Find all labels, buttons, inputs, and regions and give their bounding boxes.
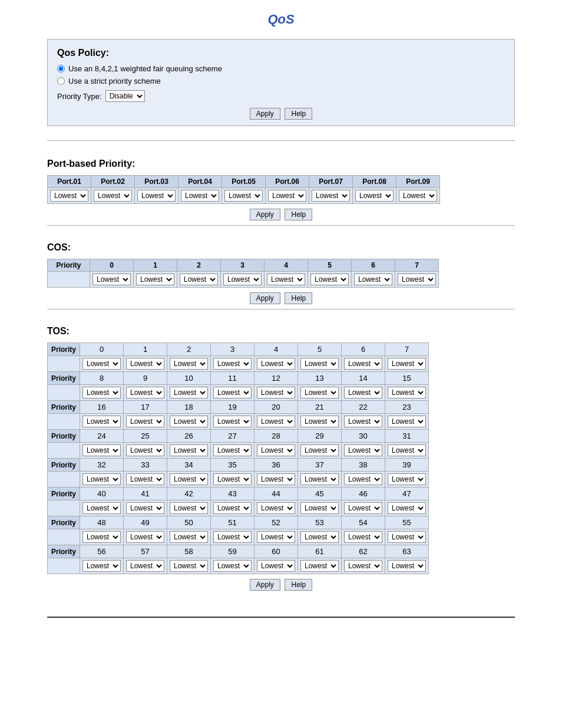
tos-select-3-2[interactable]: LowestLowNormalHigh: [170, 444, 208, 456]
radio-weighted-label: Use an 8,4,2,1 weighted fair queuing sch…: [68, 64, 222, 73]
priority-type-select[interactable]: Disable 802.1p TOS Port: [105, 90, 145, 102]
tos-select-5-3[interactable]: LowestLowNormalHigh: [213, 502, 252, 514]
tos-select-4-0[interactable]: LowestLowNormalHigh: [82, 473, 121, 485]
tos-select-7-6[interactable]: LowestLowNormalHigh: [344, 560, 382, 572]
tos-num-4-6: 38: [342, 459, 385, 472]
tos-select-3-3[interactable]: LowestLowNormalHigh: [213, 444, 252, 456]
port-help-button[interactable]: Help: [285, 209, 312, 220]
tos-select-1-4[interactable]: LowestLowNormalHigh: [257, 387, 295, 398]
tos-select-6-7[interactable]: LowestLowNormalHigh: [388, 531, 426, 543]
port-01-select[interactable]: LowestLowNormalHigh: [50, 190, 88, 202]
tos-select-3-0[interactable]: LowestLowNormalHigh: [82, 444, 121, 456]
tos-select-4-3[interactable]: LowestLowNormalHigh: [213, 473, 252, 485]
tos-select-1-2[interactable]: LowestLowNormalHigh: [170, 387, 208, 398]
port-02-select[interactable]: LowestLowNormalHigh: [94, 190, 132, 202]
cos-6-select[interactable]: LowestLowNormalHigh: [354, 274, 392, 285]
tos-select-6-3[interactable]: LowestLowNormalHigh: [213, 531, 252, 543]
tos-select-2-3[interactable]: LowestLowNormalHigh: [213, 416, 252, 427]
tos-select-2-4[interactable]: LowestLowNormalHigh: [257, 416, 295, 427]
tos-select-0-7[interactable]: LowestLowNormalHigh: [388, 358, 426, 370]
tos-select-0-5[interactable]: LowestLowNormalHigh: [300, 358, 339, 370]
port-03-select[interactable]: LowestLowNormalHigh: [137, 190, 176, 202]
port-07-select[interactable]: LowestLowNormalHigh: [312, 190, 350, 202]
tos-select-6-5[interactable]: LowestLowNormalHigh: [300, 531, 339, 543]
tos-select-0-6[interactable]: LowestLowNormalHigh: [344, 358, 382, 370]
tos-select-7-4[interactable]: LowestLowNormalHigh: [257, 560, 295, 572]
port-08-select[interactable]: LowestLowNormalHigh: [355, 190, 394, 202]
tos-select-2-5[interactable]: LowestLowNormalHigh: [300, 416, 339, 427]
port-06-select[interactable]: LowestLowNormalHigh: [268, 190, 306, 202]
tos-select-5-4[interactable]: LowestLowNormalHigh: [257, 502, 295, 514]
tos-select-5-5[interactable]: LowestLowNormalHigh: [300, 502, 339, 514]
tos-select-7-3[interactable]: LowestLowNormalHigh: [213, 560, 252, 572]
tos-select-5-1[interactable]: LowestLowNormalHigh: [126, 502, 164, 514]
qos-policy-apply-button[interactable]: Apply: [250, 108, 280, 120]
tos-select-2-2[interactable]: LowestLowNormalHigh: [170, 416, 208, 427]
tos-select-cell-0-6: LowestLowNormalHigh: [342, 356, 385, 372]
tos-select-3-6[interactable]: LowestLowNormalHigh: [344, 444, 382, 456]
tos-select-3-1[interactable]: LowestLowNormalHigh: [126, 444, 164, 456]
tos-select-0-3[interactable]: LowestLowNormalHigh: [213, 358, 252, 370]
tos-select-1-6[interactable]: LowestLowNormalHigh: [344, 387, 382, 398]
tos-select-4-6[interactable]: LowestLowNormalHigh: [344, 473, 382, 485]
tos-select-1-7[interactable]: LowestLowNormalHigh: [388, 387, 426, 398]
tos-select-3-4[interactable]: LowestLowNormalHigh: [257, 444, 295, 456]
tos-select-1-3[interactable]: LowestLowNormalHigh: [213, 387, 252, 398]
cos-apply-button[interactable]: Apply: [250, 292, 280, 304]
tos-nums-row-5: Priority4041424344454647: [48, 487, 429, 500]
cos-2-select[interactable]: LowestLowNormalHigh: [180, 274, 218, 285]
tos-select-2-7[interactable]: LowestLowNormalHigh: [388, 416, 426, 427]
tos-select-6-6[interactable]: LowestLowNormalHigh: [344, 531, 382, 543]
tos-help-button[interactable]: Help: [285, 579, 312, 591]
cos-1-select[interactable]: LowestLowNormalHigh: [136, 274, 174, 285]
tos-select-4-2[interactable]: LowestLowNormalHigh: [170, 473, 208, 485]
tos-select-1-1[interactable]: LowestLowNormalHigh: [126, 387, 164, 398]
cos-help-button[interactable]: Help: [285, 292, 312, 304]
tos-select-6-2[interactable]: LowestLowNormalHigh: [170, 531, 208, 543]
tos-select-5-7[interactable]: LowestLowNormalHigh: [388, 502, 426, 514]
qos-policy-help-button[interactable]: Help: [285, 108, 312, 120]
tos-select-4-7[interactable]: LowestLowNormalHigh: [388, 473, 426, 485]
cos-7-select[interactable]: LowestLowNormalHigh: [398, 274, 436, 285]
tos-select-0-1[interactable]: LowestLowNormalHigh: [126, 358, 164, 370]
tos-select-cell-4-7: LowestLowNormalHigh: [385, 472, 429, 487]
tos-select-1-5[interactable]: LowestLowNormalHigh: [300, 387, 339, 398]
tos-select-0-2[interactable]: LowestLowNormalHigh: [170, 358, 208, 370]
tos-select-7-5[interactable]: LowestLowNormalHigh: [300, 560, 339, 572]
cos-0-select[interactable]: LowestLowNormalHigh: [92, 274, 131, 285]
tos-select-7-2[interactable]: LowestLowNormalHigh: [170, 560, 208, 572]
port-04-select[interactable]: LowestLowNormalHigh: [181, 190, 219, 202]
cos-3-select[interactable]: LowestLowNormalHigh: [223, 274, 262, 285]
tos-select-5-6[interactable]: LowestLowNormalHigh: [344, 502, 382, 514]
tos-select-6-1[interactable]: LowestLowNormalHigh: [126, 531, 164, 543]
tos-select-5-0[interactable]: LowestLowNormalHigh: [82, 502, 121, 514]
tos-select-3-7[interactable]: LowestLowNormalHigh: [388, 444, 426, 456]
port-header-09: Port.09: [396, 176, 440, 188]
tos-select-cell-1-2: LowestLowNormalHigh: [167, 385, 211, 401]
tos-select-0-0[interactable]: LowestLowNormalHigh: [82, 358, 121, 370]
port-05-select[interactable]: LowestLowNormalHigh: [224, 190, 263, 202]
tos-select-1-0[interactable]: LowestLowNormalHigh: [82, 387, 121, 398]
tos-select-4-1[interactable]: LowestLowNormalHigh: [126, 473, 164, 485]
tos-select-2-0[interactable]: LowestLowNormalHigh: [82, 416, 121, 427]
tos-nums-row-0: Priority01234567: [48, 343, 429, 356]
tos-select-4-5[interactable]: LowestLowNormalHigh: [300, 473, 339, 485]
tos-select-4-4[interactable]: LowestLowNormalHigh: [257, 473, 295, 485]
tos-select-2-6[interactable]: LowestLowNormalHigh: [344, 416, 382, 427]
radio-weighted[interactable]: [57, 65, 65, 73]
tos-select-6-4[interactable]: LowestLowNormalHigh: [257, 531, 295, 543]
tos-select-7-7[interactable]: LowestLowNormalHigh: [388, 560, 426, 572]
tos-select-0-4[interactable]: LowestLowNormalHigh: [257, 358, 295, 370]
tos-select-7-0[interactable]: LowestLowNormalHigh: [82, 560, 121, 572]
tos-select-7-1[interactable]: LowestLowNormalHigh: [126, 560, 164, 572]
tos-select-6-0[interactable]: LowestLowNormalHigh: [82, 531, 121, 543]
port-09-select[interactable]: LowestLowNormalHigh: [399, 190, 437, 202]
tos-select-2-1[interactable]: LowestLowNormalHigh: [126, 416, 164, 427]
port-apply-button[interactable]: Apply: [250, 209, 280, 220]
cos-4-select[interactable]: LowestLowNormalHigh: [267, 274, 305, 285]
tos-select-5-2[interactable]: LowestLowNormalHigh: [170, 502, 208, 514]
radio-strict[interactable]: [57, 77, 65, 85]
tos-apply-button[interactable]: Apply: [250, 579, 280, 591]
tos-select-3-5[interactable]: LowestLowNormalHigh: [300, 444, 339, 456]
cos-5-select[interactable]: LowestLowNormalHigh: [310, 274, 349, 285]
